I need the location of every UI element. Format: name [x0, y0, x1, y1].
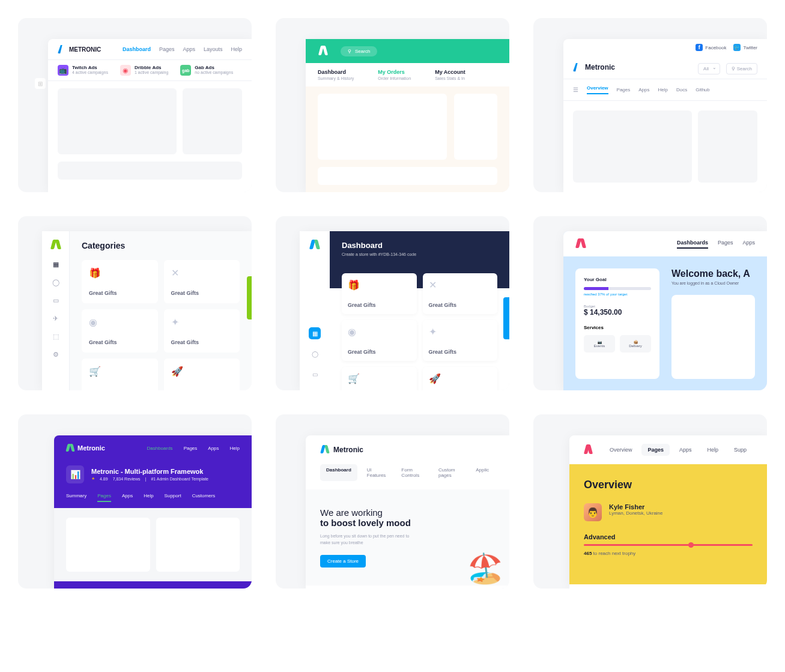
twitch-icon: 📺 — [58, 65, 68, 76]
circle-icon[interactable]: ◯ — [309, 348, 321, 360]
hero-title: We are workingto boost lovely mood — [320, 507, 495, 528]
nav-help[interactable]: Help — [658, 87, 668, 92]
nav-pages[interactable]: Pages — [718, 240, 733, 249]
gift-icon: 🎁 — [348, 279, 411, 291]
nav-apps[interactable]: Apps — [183, 46, 195, 52]
nav-help[interactable]: Help — [230, 446, 240, 451]
progress-slider[interactable] — [584, 544, 753, 546]
category-card[interactable]: ✕Great Gifts — [164, 260, 240, 303]
placeholder — [698, 110, 757, 183]
goal-widget: Your Goal reached 37% of your target Bud… — [575, 268, 659, 379]
gear-icon[interactable]: ⚙ — [52, 350, 60, 359]
tab-forms[interactable]: Form Controls — [395, 464, 429, 481]
service-delivery[interactable]: 📦Delivery — [620, 335, 651, 353]
tab-dribble[interactable]: ◉Dribble Ads1 active campaing — [120, 65, 168, 76]
placeholder — [454, 94, 497, 160]
demo-card-5: ▦ ◯ ▭ Dashboard Create a store with #YDB… — [276, 216, 509, 390]
demo-card-8: Metronic Dashboard UI Features Form Cont… — [276, 414, 509, 589]
menu-icon[interactable]: ☰ — [573, 86, 578, 93]
category-card[interactable]: 🚀 — [164, 359, 240, 390]
category-card[interactable]: ✕Great Gifts — [423, 273, 498, 314]
progress-bar — [584, 287, 651, 290]
category-card[interactable]: ◉Great Gifts — [342, 320, 417, 361]
twitter-icon: 🐦 — [733, 44, 741, 51]
nav-docs[interactable]: Docs — [676, 87, 687, 92]
nav-apps[interactable]: Apps — [638, 87, 649, 92]
create-store-button[interactable]: Create a Store — [320, 555, 366, 568]
nav-support[interactable]: Supp — [728, 444, 753, 456]
rocket-icon: 🚀 — [429, 373, 492, 384]
nav-apps[interactable]: Apps — [742, 240, 755, 249]
service-events[interactable]: 📷Events — [584, 335, 615, 353]
placeholder — [573, 110, 692, 183]
page-subtitle: Create a store with #YDB-134-346 code — [342, 252, 497, 256]
tab-pages[interactable]: Pages — [97, 493, 111, 502]
nav-dashboards[interactable]: Dashboards — [677, 240, 708, 249]
demo-card-4: ▦ ◯ ▭ ✈ ⬚ ⚙ Categories 🎁Great Gifts ✕Gre… — [18, 216, 252, 390]
nav-apps[interactable]: Apps — [208, 446, 219, 451]
cart-icon: 🛒 — [89, 366, 151, 377]
nav-dashboards[interactable]: Dashboards — [147, 446, 172, 451]
brand-logo — [318, 46, 329, 56]
tab-custom[interactable]: Custom pages — [432, 464, 466, 481]
search-icon: ⚲ — [348, 49, 351, 54]
nav-dashboard[interactable]: Dashboard — [123, 46, 151, 52]
rocket-icon[interactable]: ✈ — [52, 314, 60, 322]
twitter-link[interactable]: 🐦Twitter — [733, 44, 757, 51]
nav-github[interactable]: Github — [696, 87, 710, 92]
tab-help[interactable]: Help — [144, 493, 153, 502]
grid-icon[interactable]: ▦ — [309, 327, 321, 339]
tab-summary[interactable]: Summary — [66, 493, 86, 502]
tab-orders[interactable]: My OrdersOrder Information — [378, 69, 411, 80]
nav-help[interactable]: Help — [231, 46, 242, 52]
circle-icon[interactable]: ◯ — [52, 278, 60, 286]
calendar-icon[interactable]: ▭ — [309, 368, 321, 380]
nav-pages[interactable]: Pages — [617, 87, 631, 92]
search-input[interactable]: ⚲Search — [341, 46, 377, 56]
category-card[interactable]: ◉Great Gifts — [82, 309, 158, 353]
expand-icon[interactable]: ⊞ — [35, 78, 46, 89]
demo-card-1: ⊞ METRONIC Dashboard Pages Apps Layouts … — [18, 18, 252, 192]
category-card[interactable]: 🎁Great Gifts — [82, 260, 158, 303]
tab-apps[interactable]: Applic — [470, 464, 495, 481]
illustration: 🏖️ — [467, 551, 503, 586]
category-card[interactable]: 🚀 — [423, 367, 498, 390]
tab-customers[interactable]: Customers — [192, 493, 216, 502]
calendar-icon[interactable]: ▭ — [52, 296, 60, 304]
events-icon: 📷 — [589, 340, 610, 344]
tab-twitch[interactable]: 📺Twitch Ads4 active campaigns — [58, 65, 108, 76]
delivery-icon: 📦 — [625, 340, 646, 344]
nav-help[interactable]: Help — [701, 444, 724, 456]
tab-dashboard[interactable]: DashboardSummary & History — [318, 69, 354, 80]
filter-select[interactable]: All — [698, 63, 720, 74]
fingerprint-icon: ◉ — [348, 326, 411, 338]
grid-icon[interactable]: ▦ — [52, 260, 60, 268]
category-card[interactable]: 🛒 — [342, 367, 417, 390]
tab-account[interactable]: My AccountSales Stats & In — [435, 69, 465, 80]
accent-bar — [503, 297, 509, 339]
fingerprint-icon: ◉ — [89, 316, 151, 328]
search-input[interactable]: ⚲ Search — [726, 63, 757, 74]
brand-logo: METRONIC — [58, 45, 101, 53]
nav-layouts[interactable]: Layouts — [204, 46, 223, 52]
category-card[interactable]: 🎁Great Gifts — [342, 273, 417, 314]
tab-support[interactable]: Support — [165, 493, 181, 502]
category-card[interactable]: ✦Great Gifts — [164, 309, 240, 353]
nav-pages[interactable]: Pages — [159, 46, 175, 52]
tab-apps[interactable]: Apps — [122, 493, 133, 502]
brand-logo: Metronic — [66, 444, 105, 452]
category-card[interactable]: 🛒 — [82, 359, 158, 390]
facebook-link[interactable]: fFacebook — [696, 44, 726, 51]
tab-dashboard[interactable]: Dashboard — [320, 464, 357, 481]
map-icon[interactable]: ⬚ — [52, 332, 60, 341]
drone-icon: ✕ — [171, 267, 233, 279]
nav-apps[interactable]: Apps — [673, 444, 698, 456]
tab-gab[interactable]: gabGab Adsno active campaigns — [180, 65, 233, 76]
category-card[interactable]: ✦Great Gifts — [423, 320, 498, 361]
nav-overview[interactable]: Overview — [604, 444, 638, 456]
tab-ui[interactable]: UI Features — [361, 464, 392, 481]
demo-card-6: Dashboards Pages Apps Your Goal reached … — [533, 216, 767, 390]
nav-pages[interactable]: Pages — [184, 446, 198, 451]
nav-pages[interactable]: Pages — [641, 444, 670, 456]
nav-overview[interactable]: Overview — [587, 85, 608, 94]
